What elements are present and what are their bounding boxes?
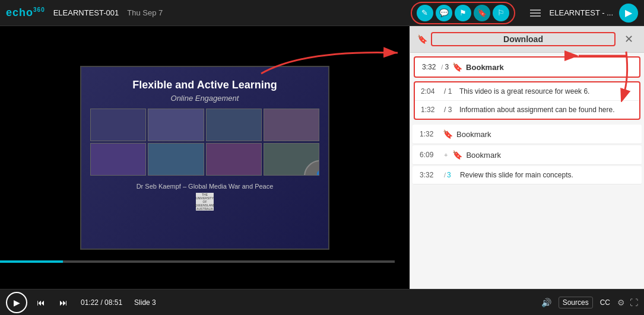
slide-subtitle: Online Engagement: [171, 94, 239, 103]
download-button[interactable]: Download: [431, 32, 616, 46]
slide-cell-2: [148, 109, 204, 141]
panel-row-slide-3: 3: [447, 171, 455, 179]
panel-row-icon-2: 🔖: [452, 150, 462, 160]
note-time-2: 1:32: [421, 106, 442, 114]
slide-person: 👤: [304, 160, 319, 176]
panel-row-slash-3: /: [444, 171, 446, 179]
close-button[interactable]: ✕: [620, 31, 637, 47]
slide-cell-3: [206, 109, 262, 141]
time-current: 01:22: [81, 298, 99, 307]
slide-logo-text: THE UNIVERSITY OF QUEENSLAND AUSTRALIA: [195, 193, 215, 211]
slide-cell-4: [264, 109, 319, 141]
report-icon-btn[interactable]: ⚐: [493, 5, 509, 21]
video-slide: Flexible and Active Learning Online Enga…: [80, 66, 329, 250]
bookmark-icon-btn[interactable]: 🔖: [474, 5, 490, 21]
fast-forward-button[interactable]: ⏭: [55, 294, 72, 311]
panel-row-plus-2: +: [444, 151, 448, 158]
menu-line-1: [530, 9, 541, 11]
bookmark-time: 3:32: [422, 63, 436, 71]
panel-row-note-3: Review this slide for main concepts.: [460, 171, 635, 179]
volume-button[interactable]: 🔊: [541, 298, 551, 307]
slide-author: Dr Seb Kaempf – Global Media War and Pea…: [137, 183, 274, 190]
progress-bar-fill: [0, 260, 63, 263]
menu-line-3: [530, 15, 541, 17]
panel-row-1[interactable]: 1:32 🔖 Bookmark: [413, 125, 642, 144]
panel-row-label-2: Bookmark: [466, 151, 501, 160]
slide-cell-7: [206, 143, 262, 176]
notes-icon-btn[interactable]: ✎: [417, 5, 433, 21]
bookmark-slide-num: 3: [445, 63, 449, 71]
note-time-1: 2:04: [421, 87, 442, 96]
panel-row-time-3: 3:32: [420, 171, 440, 179]
panel-row-time-2: 6:09: [420, 151, 440, 159]
bookmark-icon-row: 🔖: [452, 62, 462, 72]
note-slide-1: / 1: [444, 87, 455, 96]
panel-list: 1:32 🔖 Bookmark 6:09 + 🔖 Bookmark 3:32 /…: [410, 123, 644, 289]
panel-row-icon-1: 🔖: [443, 129, 453, 139]
note-text-2: Information about assignment can be foun…: [459, 106, 633, 114]
slide-title: Flexible and Active Learning: [132, 79, 277, 91]
time-display: 01:22 / 08:51: [81, 298, 122, 307]
chat-icon-btn[interactable]: 💬: [436, 5, 452, 21]
bookmark-divider: /: [441, 63, 443, 71]
video-panel: Flexible and Active Learning Online Enga…: [0, 26, 410, 289]
panel-row-label-1: Bookmark: [456, 130, 491, 139]
note-text-1: This video is a great resource for week …: [459, 87, 633, 96]
main-content: Flexible and Active Learning Online Enga…: [0, 26, 644, 289]
slide-logo: THE UNIVERSITY OF QUEENSLAND AUSTRALIA: [196, 193, 214, 211]
time-total: 08:51: [104, 298, 122, 307]
panel-row-3[interactable]: 3:32 / 3 Review this slide for main conc…: [413, 166, 642, 184]
rewind-button[interactable]: ⏮: [32, 294, 50, 311]
progress-bar-container[interactable]: [0, 260, 395, 263]
settings-button[interactable]: ⚙: [617, 298, 625, 307]
slide-cell-6: [148, 143, 204, 176]
echo-super: 360: [33, 7, 45, 13]
top-icons-group: ✎ 💬 ⚑ 🔖 ⚐: [411, 2, 515, 24]
right-panel-header: 🔖 Download ✕: [410, 26, 644, 53]
play-button[interactable]: ▶: [6, 292, 27, 313]
echo-logo: echo360: [6, 7, 45, 19]
top-bar: echo360 ELEARNTEST-001 Thu Sep 7 ✎ 💬 ⚑ 🔖…: [0, 0, 644, 26]
fullscreen-button[interactable]: ⛶: [630, 298, 638, 307]
slide-cell-5: [90, 143, 146, 176]
session-date: Thu Sep 7: [127, 8, 410, 17]
bookmark-icon-header: 🔖: [417, 34, 427, 44]
right-panel: 🔖 Download ✕ 3:32 / 3 🔖 Bookmark: [410, 26, 644, 289]
bottom-bar: ▶ ⏮ ⏭ 01:22 / 08:51 Slide 3 🔊 Sources CC…: [0, 289, 644, 315]
cc-button[interactable]: CC: [598, 297, 613, 308]
slide-logo-box: THE UNIVERSITY OF QUEENSLAND AUSTRALIA: [196, 193, 214, 211]
note-row-1[interactable]: 2:04 / 1 This video is a great resource …: [415, 82, 639, 101]
slide-cell-8: 👤: [264, 143, 319, 176]
menu-icon-btn[interactable]: [527, 5, 544, 21]
slide-image-grid: 👤: [90, 109, 319, 176]
session-name: ELEARNTEST - ...: [550, 8, 613, 17]
slide-cell-1: [90, 109, 146, 141]
bookmark-row-label: Bookmark: [466, 63, 504, 72]
panel-row-time-1: 1:32: [420, 130, 440, 138]
notes-highlight-box: 2:04 / 1 This video is a great resource …: [414, 81, 640, 120]
slide-display: Slide 3: [134, 298, 156, 307]
bookmark-highlight-row[interactable]: 3:32 / 3 🔖 Bookmark: [414, 56, 640, 78]
session-title: ELEARNTEST-001: [53, 8, 119, 17]
flag-icon-btn[interactable]: ⚑: [455, 5, 471, 21]
panel-row-2[interactable]: 6:09 + 🔖 Bookmark: [413, 145, 642, 165]
note-row-2[interactable]: 1:32 / 3 Information about assignment ca…: [415, 101, 639, 119]
sources-button[interactable]: Sources: [559, 297, 593, 308]
menu-line-2: [530, 12, 541, 14]
note-slide-2: / 3: [444, 106, 455, 114]
nav-circle-btn[interactable]: ▶: [619, 4, 638, 23]
